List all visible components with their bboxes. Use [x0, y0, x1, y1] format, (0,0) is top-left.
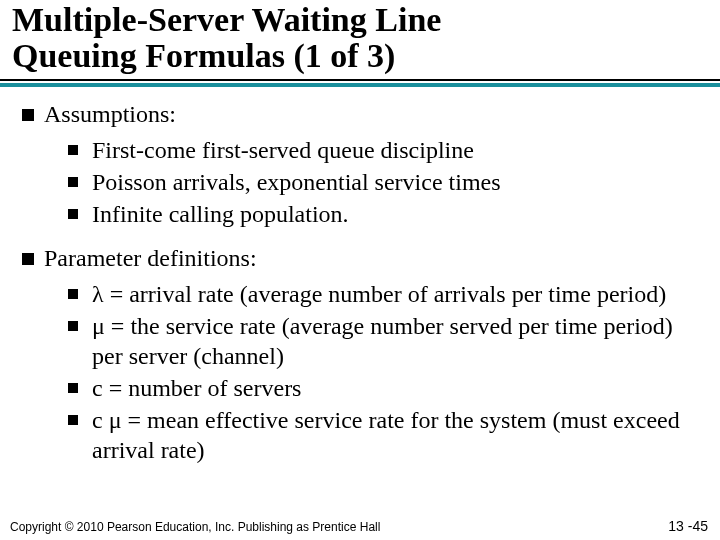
- list-item: c μ = mean effective service rate for th…: [90, 405, 698, 465]
- slide-title: Multiple-Server Waiting Line Queuing For…: [0, 2, 720, 77]
- square-bullet-icon: [68, 199, 90, 229]
- list-item: μ = the service rate (average number ser…: [90, 311, 698, 371]
- square-bullet-icon: [22, 99, 44, 129]
- divider-black: [0, 79, 720, 81]
- list-item: Infinite calling population.: [90, 199, 698, 229]
- copyright-text: Copyright © 2010 Pearson Education, Inc.…: [10, 520, 390, 534]
- title-line-2: Queuing Formulas (1 of 3): [12, 37, 395, 74]
- page-number: 13 -45: [668, 518, 708, 534]
- list-item: c = number of servers: [90, 373, 698, 403]
- square-bullet-icon: [68, 167, 90, 197]
- sub-bullet: c μ = mean effective service rate for th…: [68, 405, 698, 465]
- sub-bullet: Poisson arrivals, exponential service ti…: [68, 167, 698, 197]
- square-bullet-icon: [68, 279, 90, 309]
- list-item: First-come first-served queue discipline: [90, 135, 698, 165]
- slide-body: Assumptions: First-come first-served que…: [0, 87, 720, 465]
- bullet-assumptions: Assumptions:: [22, 99, 698, 129]
- square-bullet-icon: [68, 373, 90, 403]
- sub-bullet: c = number of servers: [68, 373, 698, 403]
- heading-assumptions: Assumptions:: [44, 99, 698, 129]
- list-item: λ = arrival rate (average number of arri…: [90, 279, 698, 309]
- square-bullet-icon: [68, 135, 90, 165]
- square-bullet-icon: [68, 405, 90, 465]
- sub-bullet: λ = arrival rate (average number of arri…: [68, 279, 698, 309]
- sub-bullet: First-come first-served queue discipline: [68, 135, 698, 165]
- sub-bullet: Infinite calling population.: [68, 199, 698, 229]
- bullet-parameters: Parameter definitions:: [22, 243, 698, 273]
- heading-parameters: Parameter definitions:: [44, 243, 698, 273]
- square-bullet-icon: [22, 243, 44, 273]
- square-bullet-icon: [68, 311, 90, 371]
- sub-bullet: μ = the service rate (average number ser…: [68, 311, 698, 371]
- list-item: Poisson arrivals, exponential service ti…: [90, 167, 698, 197]
- title-line-1: Multiple-Server Waiting Line: [12, 1, 441, 38]
